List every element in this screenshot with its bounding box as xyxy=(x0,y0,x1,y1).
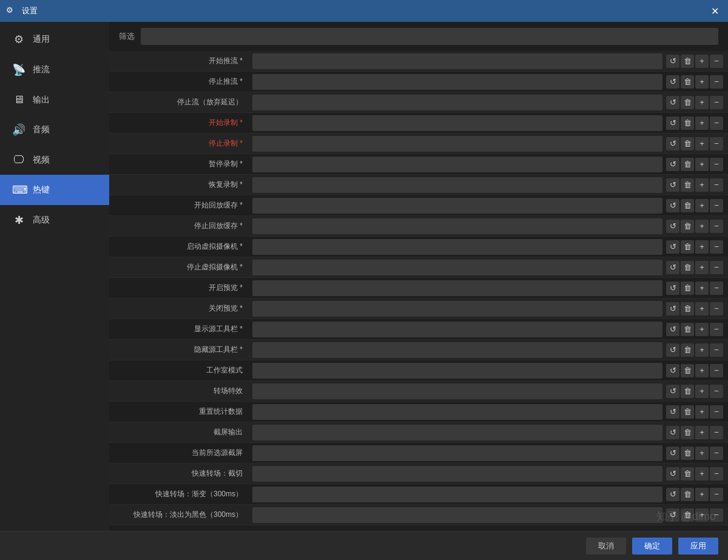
hotkey-binding[interactable] xyxy=(252,425,662,440)
delete-button[interactable]: 🗑 xyxy=(681,158,694,171)
sidebar-item-audio[interactable]: 🔊 音频 xyxy=(0,115,109,145)
remove-button[interactable]: − xyxy=(710,96,723,109)
confirm-button[interactable]: 确定 xyxy=(632,538,672,555)
reset-button[interactable]: ↺ xyxy=(666,261,679,274)
hotkey-binding[interactable] xyxy=(252,507,662,523)
hotkey-binding[interactable] xyxy=(252,157,662,172)
add-button[interactable]: + xyxy=(695,508,709,522)
apply-button[interactable]: 应用 xyxy=(678,538,718,555)
hotkey-binding[interactable] xyxy=(252,177,662,193)
reset-button[interactable]: ↺ xyxy=(666,405,679,419)
reset-button[interactable]: ↺ xyxy=(666,220,679,233)
delete-button[interactable]: 🗑 xyxy=(681,96,694,109)
reset-button[interactable]: ↺ xyxy=(666,178,679,192)
remove-button[interactable]: − xyxy=(710,488,723,501)
remove-button[interactable]: − xyxy=(710,508,723,522)
reset-button[interactable]: ↺ xyxy=(666,137,679,150)
reset-button[interactable]: ↺ xyxy=(666,343,679,357)
hotkey-binding[interactable] xyxy=(252,342,662,358)
remove-button[interactable]: − xyxy=(710,302,723,315)
delete-button[interactable]: 🗑 xyxy=(681,364,694,377)
add-button[interactable]: + xyxy=(695,323,709,336)
remove-button[interactable]: − xyxy=(710,343,723,357)
reset-button[interactable]: ↺ xyxy=(666,447,679,460)
reset-button[interactable]: ↺ xyxy=(666,508,679,522)
add-button[interactable]: + xyxy=(695,282,709,295)
delete-button[interactable]: 🗑 xyxy=(681,55,694,68)
reset-button[interactable]: ↺ xyxy=(666,364,679,377)
hotkey-binding[interactable] xyxy=(252,115,662,131)
delete-button[interactable]: 🗑 xyxy=(681,385,694,398)
add-button[interactable]: + xyxy=(695,240,709,254)
add-button[interactable]: + xyxy=(695,467,709,481)
remove-button[interactable]: − xyxy=(710,385,723,398)
hotkey-binding[interactable] xyxy=(252,322,662,337)
remove-button[interactable]: − xyxy=(710,364,723,377)
hotkey-binding[interactable] xyxy=(252,136,662,152)
add-button[interactable]: + xyxy=(695,137,709,150)
reset-button[interactable]: ↺ xyxy=(666,199,679,212)
delete-button[interactable]: 🗑 xyxy=(681,199,694,212)
sidebar-item-stream[interactable]: 📡 推流 xyxy=(0,55,109,85)
remove-button[interactable]: − xyxy=(710,240,723,254)
add-button[interactable]: + xyxy=(695,488,709,501)
hotkey-binding[interactable] xyxy=(252,74,662,90)
hotkey-binding[interactable] xyxy=(252,280,662,296)
sidebar-item-advanced[interactable]: ✱ 高级 xyxy=(0,205,109,235)
close-button[interactable]: ✕ xyxy=(707,4,722,18)
delete-button[interactable]: 🗑 xyxy=(681,137,694,150)
reset-button[interactable]: ↺ xyxy=(666,75,679,89)
hotkey-binding[interactable] xyxy=(252,198,662,214)
remove-button[interactable]: − xyxy=(710,220,723,233)
add-button[interactable]: + xyxy=(695,405,709,419)
add-button[interactable]: + xyxy=(695,343,709,357)
delete-button[interactable]: 🗑 xyxy=(681,220,694,233)
add-button[interactable]: + xyxy=(695,158,709,171)
add-button[interactable]: + xyxy=(695,116,709,130)
hotkey-binding[interactable] xyxy=(252,95,662,110)
hotkey-binding[interactable] xyxy=(252,239,662,255)
reset-button[interactable]: ↺ xyxy=(666,282,679,295)
remove-button[interactable]: − xyxy=(710,178,723,192)
hotkey-binding[interactable] xyxy=(252,301,662,317)
hotkey-binding[interactable] xyxy=(252,383,662,399)
remove-button[interactable]: − xyxy=(710,199,723,212)
add-button[interactable]: + xyxy=(695,178,709,192)
hotkey-binding[interactable] xyxy=(252,466,662,482)
sidebar-item-hotkeys[interactable]: ⌨ 热键 xyxy=(0,175,109,205)
reset-button[interactable]: ↺ xyxy=(666,426,679,439)
hotkey-binding[interactable] xyxy=(252,53,662,69)
remove-button[interactable]: − xyxy=(710,426,723,439)
remove-button[interactable]: − xyxy=(710,261,723,274)
hotkey-binding[interactable] xyxy=(252,487,662,502)
hotkey-binding[interactable] xyxy=(252,363,662,379)
delete-button[interactable]: 🗑 xyxy=(681,343,694,357)
delete-button[interactable]: 🗑 xyxy=(681,116,694,130)
remove-button[interactable]: − xyxy=(710,405,723,419)
remove-button[interactable]: − xyxy=(710,447,723,460)
delete-button[interactable]: 🗑 xyxy=(681,282,694,295)
sidebar-item-video[interactable]: 🖵 视频 xyxy=(0,145,109,175)
delete-button[interactable]: 🗑 xyxy=(681,426,694,439)
add-button[interactable]: + xyxy=(695,364,709,377)
reset-button[interactable]: ↺ xyxy=(666,158,679,171)
reset-button[interactable]: ↺ xyxy=(666,488,679,501)
hotkey-binding[interactable] xyxy=(252,218,662,234)
remove-button[interactable]: − xyxy=(710,75,723,89)
remove-button[interactable]: − xyxy=(710,282,723,295)
delete-button[interactable]: 🗑 xyxy=(681,178,694,192)
add-button[interactable]: + xyxy=(695,96,709,109)
cancel-button[interactable]: 取消 xyxy=(586,538,626,555)
reset-button[interactable]: ↺ xyxy=(666,323,679,336)
hotkey-binding[interactable] xyxy=(252,260,662,275)
reset-button[interactable]: ↺ xyxy=(666,385,679,398)
remove-button[interactable]: − xyxy=(710,137,723,150)
hotkey-binding[interactable] xyxy=(252,445,662,461)
delete-button[interactable]: 🗑 xyxy=(681,323,694,336)
add-button[interactable]: + xyxy=(695,302,709,315)
sidebar-item-output[interactable]: 🖥 输出 xyxy=(0,85,109,115)
add-button[interactable]: + xyxy=(695,447,709,460)
filter-input[interactable] xyxy=(141,28,718,45)
reset-button[interactable]: ↺ xyxy=(666,55,679,68)
remove-button[interactable]: − xyxy=(710,467,723,481)
